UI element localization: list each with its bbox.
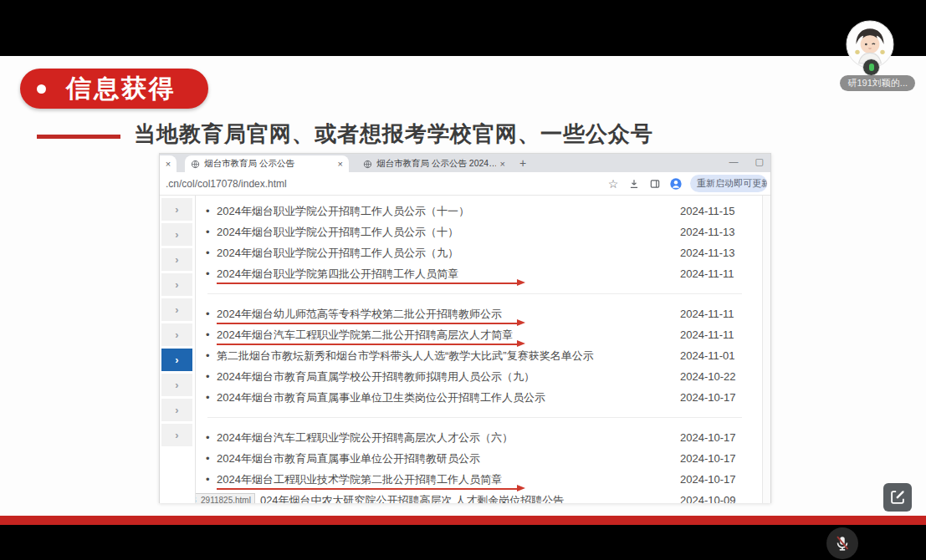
- section-divider: [207, 293, 742, 294]
- announcement-row: rt_17078_2911825.html024年烟台中农大研究院公开招聘高层次…: [206, 490, 744, 503]
- bookmark-star-icon[interactable]: ☆: [606, 177, 620, 191]
- globe-icon: [363, 160, 372, 169]
- meeting-screen: 信息获得 当地教育局官网、或者想报考学校官网、一些公众号 × 烟台市教育局 公示…: [0, 0, 926, 560]
- slide-headline: 当地教育局官网、或者想报考学校官网、一些公众号: [37, 120, 653, 149]
- page-content: ›››››››››› •2024年烟台职业学院公开招聘工作人员公示（十一）202…: [160, 196, 770, 503]
- maximize-icon[interactable]: ▢: [755, 156, 764, 167]
- tab-title: 烟台市教育局 公示公告: [204, 158, 334, 170]
- announcement-date: 2024-10-17: [680, 391, 744, 404]
- pencil-icon: [888, 488, 907, 507]
- page-sidebar: ››››››››››: [160, 196, 196, 503]
- list-bullet: •: [206, 349, 217, 362]
- chevron-right-icon: ›: [175, 379, 178, 391]
- section-badge-label: 信息获得: [66, 72, 177, 106]
- window-controls: — ▢: [729, 156, 764, 167]
- profile-icon[interactable]: [669, 177, 683, 191]
- partial-tab-close[interactable]: ×: [160, 155, 177, 172]
- participant-name-label: 研191刘颖的...: [840, 75, 915, 91]
- new-tab-button[interactable]: +: [519, 156, 526, 170]
- announcement-row: •2024年烟台职业学院公开招聘工作人员公示（十）2024-11-13: [206, 221, 744, 242]
- announcement-link[interactable]: 2024年烟台职业学院公开招聘工作人员公示（十一）: [217, 204, 680, 219]
- sidebar-nav-item-7[interactable]: ›: [161, 374, 192, 396]
- list-bullet: •: [206, 431, 217, 444]
- announcement-date: 2024-10-22: [680, 370, 744, 383]
- shared-slide: 信息获得 当地教育局官网、或者想报考学校官网、一些公众号 × 烟台市教育局 公示…: [0, 56, 926, 516]
- announcement-link[interactable]: 2024年烟台市教育局直属事业单位公开招聘教研员公示: [217, 451, 680, 466]
- announcement-link[interactable]: 第二批烟台市教坛新秀和烟台市学科带头人人选“教学大比武”复赛获奖名单公示: [217, 349, 680, 364]
- announcement-link[interactable]: 2024年烟台市教育局直属事业单位卫生类岗位公开招聘工作人员公示: [217, 390, 680, 405]
- announcement-date: 2024-10-09: [680, 494, 744, 503]
- announcement-date: 2024-11-01: [680, 349, 744, 362]
- announcement-link[interactable]: 2024年烟台工程职业技术学院第二批公开招聘工作人员简章: [217, 472, 680, 487]
- sidebar-nav-item-6[interactable]: ›: [161, 349, 192, 371]
- section-divider: [207, 417, 742, 418]
- announcement-date: 2024-11-11: [680, 308, 744, 320]
- mute-button[interactable]: [826, 527, 858, 559]
- close-icon[interactable]: ×: [500, 160, 505, 169]
- url-input[interactable]: .cn/col/col17078/index.html: [160, 178, 606, 190]
- announcement-link[interactable]: 2024年烟台职业学院第四批公开招聘工作人员简章: [217, 267, 680, 282]
- announcement-row: •2024年烟台职业学院公开招聘工作人员公示（九）2024-11-13: [206, 242, 744, 263]
- close-icon[interactable]: ×: [338, 160, 343, 169]
- announcement-link[interactable]: 2024年烟台职业学院公开招聘工作人员公示（十）: [217, 225, 680, 240]
- announcement-row: •2024年烟台幼儿师范高等专科学校第二批公开招聘教师公示2024-11-11: [206, 303, 744, 324]
- scrollbar[interactable]: [762, 196, 770, 503]
- sidebar-nav-item-3[interactable]: ›: [161, 273, 192, 296]
- announcement-link[interactable]: 2024年烟台职业学院公开招聘工作人员公示（九）: [217, 246, 680, 261]
- announcement-link[interactable]: 2024年烟台幼儿师范高等专科学校第二批公开招聘教师公示: [217, 307, 680, 322]
- announcement-row: •2024年烟台职业学院第四批公开招聘工作人员简章2024-11-11: [206, 263, 744, 284]
- red-highlight-arrow: [217, 283, 518, 285]
- chevron-right-icon: ›: [175, 253, 178, 266]
- url-bar-actions: ☆ 重新启动即可更新: [606, 175, 767, 192]
- annotate-button[interactable]: [883, 483, 912, 512]
- announcement-row: •2024年烟台工程职业技术学院第二批公开招聘工作人员简章2024-10-17: [206, 469, 744, 490]
- sidebar-nav-item-9[interactable]: ›: [161, 424, 192, 446]
- headline-underline: [37, 135, 120, 139]
- announcement-row: •2024年烟台汽车工程职业学院公开招聘高层次人才公示（六）2024-10-17: [206, 427, 744, 448]
- url-bar: .cn/col/col17078/index.html ☆ 重新启动即可更新: [160, 172, 770, 196]
- list-bullet: •: [206, 452, 217, 465]
- list-bullet: •: [206, 205, 217, 217]
- announcement-link[interactable]: 2024年烟台市教育局直属学校公开招聘教师拟聘用人员公示（九）: [217, 369, 680, 384]
- sidebar-nav-item-2[interactable]: ›: [161, 248, 192, 271]
- announcement-link[interactable]: 2024年烟台汽车工程职业学院公开招聘高层次人才公示（六）: [217, 430, 680, 445]
- sidebar-nav-item-8[interactable]: ›: [161, 399, 192, 421]
- announcement-date: 2024-10-17: [680, 473, 744, 486]
- browser-tab-0[interactable]: 烟台市教育局 公示公告×: [185, 155, 349, 172]
- bullet-dot: [37, 84, 46, 94]
- download-icon[interactable]: [627, 177, 641, 191]
- globe-icon: [191, 160, 200, 169]
- participant-video-thumbnail[interactable]: [846, 20, 894, 69]
- chrome-update-button[interactable]: 重新启动即可更新: [690, 175, 767, 192]
- participant-mic-indicator-icon: [862, 59, 880, 76]
- announcement-link[interactable]: 2024年烟台汽车工程职业学院第二批公开招聘高层次人才简章: [217, 328, 680, 343]
- announcement-row: •第二批烟台市教坛新秀和烟台市学科带头人人选“教学大比武”复赛获奖名单公示202…: [206, 345, 744, 366]
- announcement-section-2: •2024年烟台汽车工程职业学院公开招聘高层次人才公示（六）2024-10-17…: [206, 425, 744, 503]
- side-panel-icon[interactable]: [648, 177, 662, 191]
- browser-window: × 烟台市教育局 公示公告×烟台市教育局 公示公告 2024…× + — ▢ .…: [159, 153, 771, 503]
- list-bullet: •: [206, 247, 217, 259]
- browser-tab-1[interactable]: 烟台市教育局 公示公告 2024…×: [357, 155, 511, 172]
- status-bar-link-tooltip: rt_17078_2911825.html: [196, 493, 255, 504]
- sidebar-nav-item-5[interactable]: ›: [161, 323, 192, 346]
- sidebar-nav-item-1[interactable]: ›: [161, 223, 192, 246]
- announcement-date: 2024-10-17: [680, 452, 744, 465]
- tab-strip: × 烟台市教育局 公示公告×烟台市教育局 公示公告 2024…× + — ▢: [160, 154, 770, 172]
- list-bullet: •: [206, 328, 217, 341]
- headline-text: 当地教育局官网、或者想报考学校官网、一些公众号: [134, 120, 653, 149]
- announcement-row: •2024年烟台职业学院公开招聘工作人员公示（十一）2024-11-15: [206, 201, 744, 221]
- sidebar-nav-item-4[interactable]: ›: [161, 298, 192, 321]
- announcement-date: 2024-10-17: [680, 431, 744, 444]
- sidebar-nav-item-0[interactable]: ›: [161, 198, 192, 221]
- microphone-muted-icon: [833, 534, 852, 552]
- announcement-row: •2024年烟台市教育局直属学校公开招聘教师拟聘用人员公示（九）2024-10-…: [206, 366, 744, 387]
- tab-strip-tabs: 烟台市教育局 公示公告×烟台市教育局 公示公告 2024…×: [177, 155, 511, 172]
- announcement-date: 2024-11-11: [680, 328, 744, 341]
- announcement-link[interactable]: 024年烟台中农大研究院公开招聘高层次 人才剩余岗位招聘公告: [260, 493, 680, 504]
- section-badge: 信息获得: [20, 69, 208, 109]
- slide-bottom-strip: [0, 516, 926, 525]
- chevron-right-icon: ›: [175, 303, 178, 316]
- minimize-icon[interactable]: —: [729, 156, 739, 167]
- chevron-right-icon: ›: [175, 203, 178, 216]
- announcement-row: •2024年烟台市教育局直属事业单位公开招聘教研员公示2024-10-17: [206, 448, 744, 469]
